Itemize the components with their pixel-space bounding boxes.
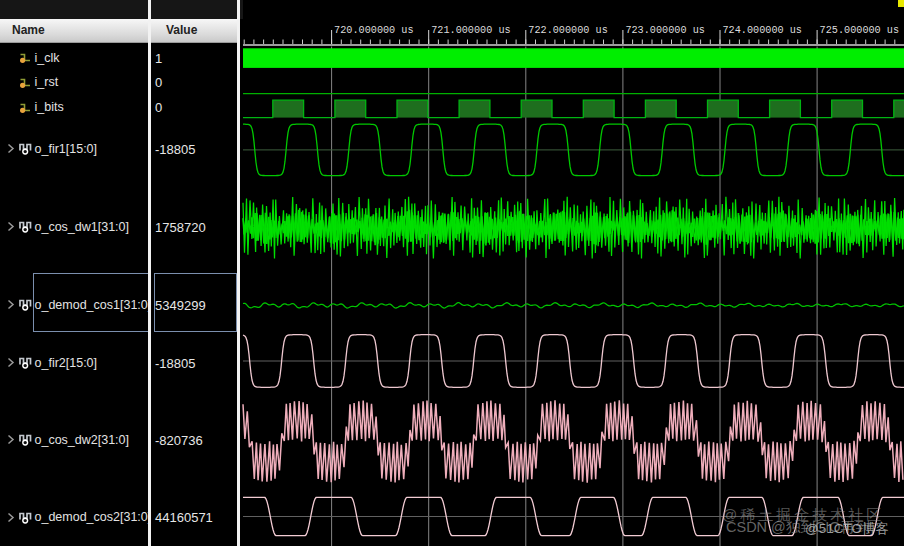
svg-text:725.000000 us: 725.000000 us: [820, 25, 899, 36]
svg-text:723.000000 us: 723.000000 us: [625, 25, 704, 36]
svg-text:724.000000 us: 724.000000 us: [723, 25, 802, 36]
svg-text:722.000000 us: 722.000000 us: [528, 25, 607, 36]
svg-text:721.000000 us: 721.000000 us: [431, 25, 510, 36]
svg-text:720.000000 us: 720.000000 us: [334, 25, 413, 36]
